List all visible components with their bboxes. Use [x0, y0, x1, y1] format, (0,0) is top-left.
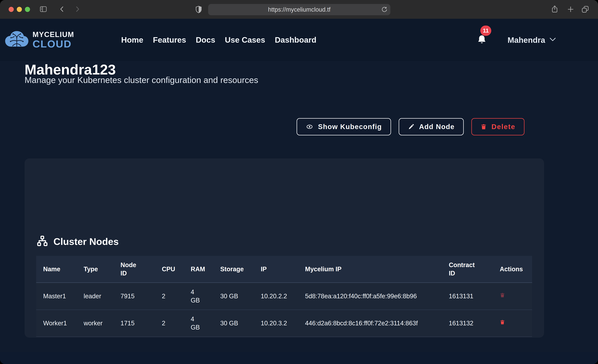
- brand-logo[interactable]: MYCELIUM CLOUD: [4, 30, 74, 50]
- cell-cpu: 2: [155, 310, 184, 337]
- cluster-nodes-header: Cluster Nodes: [36, 235, 119, 248]
- table-row: Worker1 worker 1715 2 4 GB 30 GB 10.20.3…: [36, 310, 532, 337]
- page-title: Mahendra123: [25, 62, 116, 77]
- show-kubeconfig-button[interactable]: Show Kubeconfig: [297, 118, 391, 135]
- cell-contract-id: 1613132: [442, 310, 493, 337]
- brand-name-bottom: CLOUD: [33, 39, 74, 49]
- cluster-nodes-table: Name Type Node ID CPU RAM Storage IP Myc…: [36, 256, 532, 337]
- footer-band: [0, 352, 598, 364]
- delete-node-button-disabled[interactable]: [500, 292, 505, 298]
- delete-cluster-button[interactable]: Delete: [471, 118, 524, 135]
- col-contract-id: Contract ID: [442, 256, 493, 283]
- pencil-icon: [408, 123, 415, 130]
- cell-contract-id: 1613131: [442, 283, 493, 310]
- cell-ram: 4 GB: [184, 283, 213, 310]
- chevron-down-icon: [549, 38, 556, 42]
- cluster-nodes-title: Cluster Nodes: [53, 236, 119, 247]
- minimize-window-button[interactable]: [17, 7, 22, 12]
- cell-type: worker: [77, 310, 114, 337]
- nav-links: Home Features Docs Use Cases Dashboard: [121, 19, 316, 61]
- col-type: Type: [77, 256, 114, 283]
- col-actions: Actions: [493, 256, 532, 283]
- tab-overview-icon[interactable]: [581, 5, 589, 13]
- cell-type: leader: [77, 283, 114, 310]
- add-node-button[interactable]: Add Node: [399, 118, 464, 135]
- cluster-actions: Show Kubeconfig Add Node Delete: [25, 118, 524, 135]
- cell-node-id: 1715: [114, 310, 155, 337]
- close-window-button[interactable]: [9, 7, 14, 12]
- address-bar[interactable]: https://myceliumcloud.tf: [208, 4, 390, 15]
- browser-window: https://myceliumcloud.tf: [0, 0, 598, 364]
- add-node-label: Add Node: [419, 123, 455, 131]
- cell-actions: [493, 283, 532, 310]
- nav-item-home[interactable]: Home: [121, 35, 143, 44]
- notification-badge: 11: [480, 25, 491, 36]
- nav-item-docs[interactable]: Docs: [196, 35, 215, 44]
- cell-ip: 10.20.3.2: [254, 310, 298, 337]
- window-controls: [9, 7, 30, 12]
- cell-mycelium-ip: 5d8:78ea:a120:f40c:ff0f:a5fe:99e6:8b96: [298, 283, 442, 310]
- col-storage: Storage: [213, 256, 254, 283]
- eye-icon: [306, 124, 313, 130]
- cell-ram: 4 GB: [184, 310, 213, 337]
- col-ip: IP: [254, 256, 298, 283]
- user-menu[interactable]: Mahendra: [507, 35, 556, 44]
- brand-name-top: MYCELIUM: [33, 31, 74, 38]
- table-row: Master1 leader 7915 2 4 GB 30 GB 10.20.2…: [36, 283, 532, 310]
- nav-item-features[interactable]: Features: [153, 35, 186, 44]
- cell-actions: [493, 310, 532, 337]
- cell-node-id: 7915: [114, 283, 155, 310]
- cell-ip: 10.20.2.2: [254, 283, 298, 310]
- mycelium-cloud-logo-icon: [4, 30, 29, 50]
- privacy-shield-icon[interactable]: [195, 5, 203, 14]
- cell-mycelium-ip: 446:d2a6:8bcd:8c16:ff0f:72e2:3114:863f: [298, 310, 442, 337]
- new-tab-icon[interactable]: [567, 6, 574, 13]
- forward-icon[interactable]: [74, 6, 81, 13]
- cell-storage: 30 GB: [213, 283, 254, 310]
- table-header-row: Name Type Node ID CPU RAM Storage IP Myc…: [36, 256, 532, 283]
- notifications-button[interactable]: 11: [477, 34, 487, 46]
- url-text: https://myceliumcloud.tf: [268, 6, 331, 13]
- site-navbar: MYCELIUM CLOUD Home Features Docs Use Ca…: [0, 19, 598, 61]
- share-icon[interactable]: [551, 5, 559, 14]
- brand-wordmark: MYCELIUM CLOUD: [33, 31, 74, 49]
- cell-storage: 30 GB: [213, 310, 254, 337]
- user-name: Mahendra: [507, 35, 545, 44]
- nav-item-dashboard[interactable]: Dashboard: [275, 35, 316, 44]
- delete-node-button[interactable]: [500, 319, 505, 325]
- show-kubeconfig-label: Show Kubeconfig: [318, 123, 382, 131]
- delete-label: Delete: [491, 123, 515, 131]
- cell-cpu: 2: [155, 283, 184, 310]
- col-mycelium-ip: Mycelium IP: [298, 256, 442, 283]
- reload-icon[interactable]: [381, 6, 388, 14]
- page-subtitle: Manage your Kubernetes cluster configura…: [25, 75, 258, 85]
- trash-icon: [481, 123, 487, 130]
- cell-name: Master1: [36, 283, 77, 310]
- network-nodes-icon: [36, 235, 49, 248]
- browser-titlebar: https://myceliumcloud.tf: [0, 0, 598, 19]
- sidebar-toggle-icon[interactable]: [39, 5, 48, 13]
- col-ram: RAM: [184, 256, 213, 283]
- col-name: Name: [36, 256, 77, 283]
- zoom-window-button[interactable]: [25, 7, 30, 12]
- cell-name: Worker1: [36, 310, 77, 337]
- back-icon[interactable]: [58, 6, 66, 13]
- nav-item-use-cases[interactable]: Use Cases: [225, 35, 265, 44]
- col-cpu: CPU: [155, 256, 184, 283]
- col-node-id: Node ID: [114, 256, 155, 283]
